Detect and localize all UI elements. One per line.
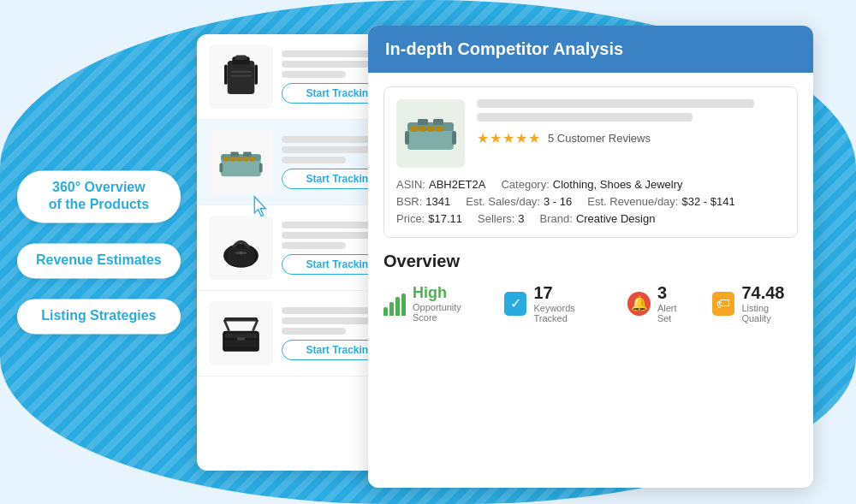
category-cell: Category: Clothing, Shoes & Jewelry (501, 178, 682, 191)
listing-stat: 🏷 74.48 Listing Quality (712, 283, 798, 323)
svg-rect-12 (243, 157, 248, 162)
svg-point-21 (240, 252, 243, 255)
left-labels: 360° Overviewof the Products Revenue Est… (17, 170, 181, 334)
alerts-value: 3 (657, 283, 692, 303)
svg-rect-26 (237, 337, 245, 341)
brand-cell: Brand: Creative Design (540, 212, 656, 225)
svg-rect-24 (225, 341, 257, 347)
svg-rect-3 (230, 71, 251, 73)
svg-rect-33 (405, 131, 409, 145)
keywords-value: 17 (533, 283, 607, 303)
bell-icon: 🔔 (627, 292, 651, 316)
detail-product-image (396, 99, 465, 168)
placeholder-line (282, 71, 346, 78)
svg-rect-34 (452, 131, 456, 145)
placeholder-line (282, 242, 346, 249)
keywords-stat: ✓ 17 Keywords Tracked (504, 283, 608, 323)
bar-chart-icon (383, 292, 406, 316)
product-detail-card: ★★★★★ 5 Customer Reviews ASIN: ABH2ET2A … (383, 86, 798, 238)
detail-rows: ASIN: ABH2ET2A Category: Clothing, Shoes… (396, 178, 785, 225)
title-placeholder-2 (477, 113, 693, 122)
alerts-stat: 🔔 3 Alert Set (627, 283, 692, 323)
product-image-2 (209, 130, 273, 194)
svg-rect-25 (224, 317, 258, 322)
price-cell: Price: $17.11 (396, 212, 462, 225)
sellers-cell: Sellers: 3 (478, 212, 525, 225)
revenue-cell: Est. Revenue/day: $32 - $141 (587, 195, 734, 208)
product-image-1 (209, 44, 273, 109)
revenue-label: Revenue Estimates (17, 244, 181, 279)
svg-rect-30 (419, 126, 425, 132)
placeholder-line (282, 146, 370, 153)
keywords-text: 17 Keywords Tracked (533, 283, 607, 323)
rating-row: ★★★★★ 5 Customer Reviews (477, 130, 785, 146)
listing-text: 74.48 Listing Quality (741, 283, 798, 323)
bar-4 (401, 294, 406, 316)
placeholder-line (282, 232, 370, 239)
svg-rect-2 (235, 55, 247, 60)
svg-rect-31 (428, 126, 434, 132)
backpack-icon (213, 49, 269, 104)
opportunity-value: High (413, 284, 484, 302)
svg-rect-19 (228, 248, 255, 265)
opportunity-text: High Opportunity Score (413, 284, 484, 323)
svg-rect-32 (437, 126, 443, 132)
placeholder-line (282, 317, 370, 324)
bar-1 (383, 307, 388, 316)
svg-rect-9 (224, 157, 229, 162)
analysis-panel: In-depth Competitor Analysis (368, 26, 813, 488)
check-icon: ✓ (504, 292, 527, 316)
overview-title: Overview (383, 252, 798, 271)
asin-cell: ASIN: ABH2ET2A (396, 178, 485, 191)
listing-label: Listing Strategies (17, 299, 181, 334)
svg-rect-13 (250, 157, 255, 162)
placeholder-line (282, 61, 370, 68)
title-placeholder-1 (477, 99, 754, 108)
detail-trunk-icon (401, 104, 461, 163)
placeholder-line (282, 157, 346, 163)
svg-rect-36 (433, 119, 443, 125)
stars-icon: ★★★★★ (477, 130, 541, 146)
svg-rect-6 (254, 65, 258, 85)
overview-label: 360° Overviewof the Products (17, 170, 181, 223)
product-image-4 (209, 301, 273, 365)
bsr-cell: BSR: 1341 (396, 195, 450, 208)
bar-2 (389, 302, 394, 316)
alerts-label: Alert Set (657, 303, 692, 323)
main-container: 360° Overviewof the Products Revenue Est… (0, 0, 856, 504)
analysis-body: ★★★★★ 5 Customer Reviews ASIN: ABH2ET2A … (368, 73, 813, 337)
product-detail-top: ★★★★★ 5 Customer Reviews (396, 99, 785, 168)
opportunity-stat: High Opportunity Score (383, 284, 484, 323)
tag-icon: 🏷 (712, 292, 735, 316)
keywords-label: Keywords Tracked (533, 303, 607, 323)
svg-rect-0 (228, 61, 255, 94)
overview-section: Overview High Opportunity Score (383, 252, 798, 323)
listing-label: Listing Quality (741, 303, 798, 323)
svg-rect-17 (243, 151, 251, 157)
trunk-icon (213, 134, 269, 190)
svg-rect-10 (230, 157, 235, 162)
placeholder-line (282, 328, 346, 335)
handbag-icon (213, 220, 269, 276)
svg-rect-11 (237, 157, 242, 162)
detail-row-1: ASIN: ABH2ET2A Category: Clothing, Shoes… (396, 178, 785, 191)
svg-rect-4 (230, 75, 251, 77)
detail-row-3: Price: $17.11 Sellers: 3 Brand: Creative… (396, 212, 785, 225)
svg-rect-5 (224, 65, 228, 85)
detail-row-2: BSR: 1341 Est. Sales/day: 3 - 16 Est. Re… (396, 195, 785, 208)
opportunity-label: Opportunity Score (413, 302, 484, 323)
analysis-header: In-depth Competitor Analysis (368, 26, 813, 73)
svg-rect-29 (411, 126, 417, 132)
svg-rect-14 (219, 163, 223, 172)
listing-value: 74.48 (741, 283, 798, 303)
overview-stats: High Opportunity Score ✓ 17 Keywords Tra… (383, 283, 798, 323)
shoulder-bag-icon (213, 305, 269, 361)
alerts-text: 3 Alert Set (657, 283, 692, 323)
svg-rect-15 (259, 163, 263, 172)
bar-3 (395, 297, 400, 316)
sales-cell: Est. Sales/day: 3 - 16 (466, 195, 572, 208)
detail-info: ★★★★★ 5 Customer Reviews (477, 99, 785, 168)
svg-rect-35 (418, 119, 428, 125)
product-image-3 (209, 216, 273, 280)
svg-rect-16 (230, 151, 238, 157)
